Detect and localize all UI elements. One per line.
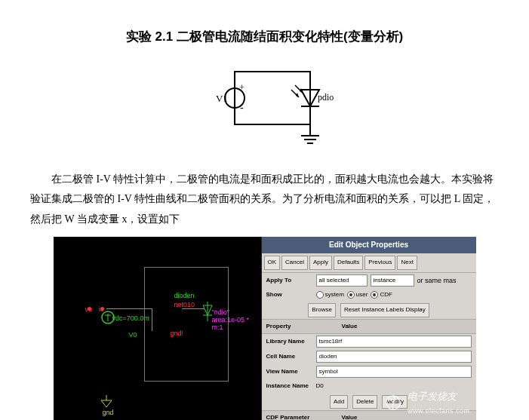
schematic-pane: dioden net010 vdc=700.0m gnd! "ndio" are… (54, 237, 262, 420)
next-button[interactable]: Next (397, 256, 417, 269)
circuit-diagram: V1 + - pdio (189, 64, 340, 155)
svg-text:-: - (240, 102, 244, 113)
apply-to-select-2[interactable]: instance (371, 274, 414, 287)
elecfans-logo-icon (383, 393, 403, 412)
defaults-button[interactable]: Defaults (334, 256, 363, 269)
view-name-label: View Name (266, 366, 313, 377)
cell-name-input[interactable]: dioden (316, 351, 472, 363)
svg-marker-22 (101, 400, 112, 407)
apply-to-same: or same mas (417, 274, 457, 287)
watermark-brand: 电子发烧友 (408, 388, 470, 405)
instance-name-label: Instance Name (266, 381, 313, 391)
body-paragraph: 在二极管 I-V 特性计算中，二极管的电流是和面积成正比的，面积越大电流也会越大… (30, 170, 499, 230)
watermark-url: www.elecfans.com (408, 405, 470, 417)
show-cdf-radio[interactable]: CDF (371, 290, 392, 300)
v0-label: V0 (129, 329, 137, 341)
watermark: 电子发烧友 www.elecfans.com (383, 388, 470, 418)
show-system-radio[interactable]: system (316, 290, 344, 300)
browse-button[interactable]: Browse (308, 303, 336, 317)
v1-label: V1 (216, 93, 228, 104)
apply-button[interactable]: Apply (309, 256, 332, 269)
previous-button[interactable]: Previous (364, 256, 395, 269)
ok-button[interactable]: OK (264, 256, 281, 269)
delete-button[interactable]: Delete (352, 395, 377, 409)
instance-name-value: D0 (316, 381, 324, 391)
property-header: Property Value (262, 319, 476, 334)
vdc-label: vdc=700.0m (112, 312, 149, 324)
apply-to-label: Apply To (266, 275, 313, 286)
library-name-label: Library Name (266, 336, 313, 347)
show-user-radio[interactable]: user (347, 290, 368, 300)
svg-marker-10 (296, 93, 299, 97)
ground-icon (99, 395, 114, 409)
add-button[interactable]: Add (330, 395, 348, 409)
diode-icon (201, 302, 214, 324)
page-title: 实验 2.1 二极管电流随结面积变化特性(变量分析) (30, 26, 499, 49)
reset-labels-button[interactable]: Reset Instance Labels Display (340, 303, 429, 317)
dialog-toolbar: OK Cancel Apply Defaults Previous Next (262, 253, 476, 272)
svg-point-24 (389, 398, 392, 400)
svg-text:+: + (239, 82, 245, 93)
view-name-input[interactable]: symbol (316, 366, 472, 378)
diode-label: pdio (318, 92, 334, 103)
gnd-net-label: gnd! (171, 327, 184, 339)
dialog-title: Edit Object Properties (262, 237, 476, 253)
library-name-input[interactable]: tsmc18rf (316, 336, 472, 348)
cancel-button[interactable]: Cancel (281, 256, 308, 269)
voltage-source-icon (100, 306, 115, 329)
cell-name-label: Cell Name (266, 351, 313, 362)
svg-rect-0 (235, 72, 310, 124)
cadence-screenshot: dioden net010 vdc=700.0m gnd! "ndio" are… (54, 237, 476, 420)
show-label: Show (266, 290, 313, 300)
apply-to-select-1[interactable]: all selected (316, 274, 368, 287)
